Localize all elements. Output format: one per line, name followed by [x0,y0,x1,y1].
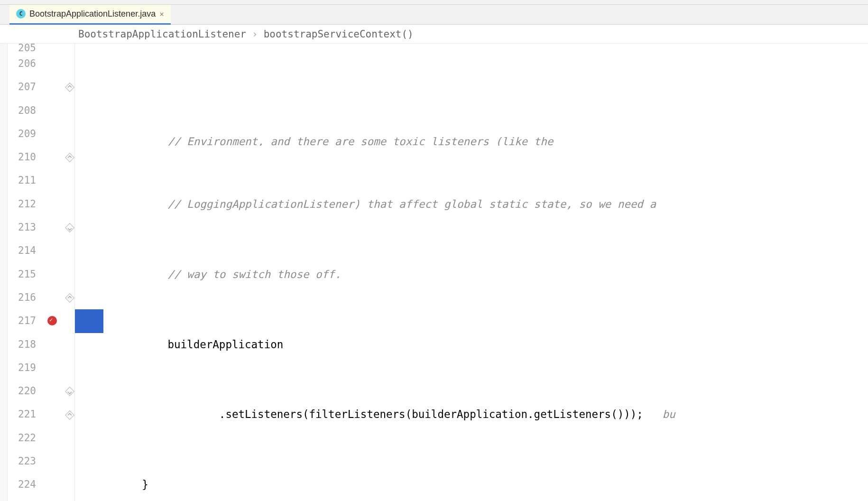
editor-tab-bar: C BootstrapApplicationListener.java × [0,5,868,25]
fold-collapse-icon[interactable] [65,293,74,303]
current-line-stripe [75,309,103,333]
line-number: 220 [8,380,36,403]
fold-collapse-icon[interactable] [65,410,74,420]
marker-gutter [41,44,65,501]
line-number-gutter[interactable]: 205 206 207 208 209 210 211 212 213 214 … [8,44,41,501]
code-line[interactable]: builderApplication [75,333,868,356]
line-number: 207 [8,75,36,99]
line-number: 224 [8,473,36,496]
close-icon[interactable]: × [159,9,164,19]
code-line[interactable]: } [75,473,868,496]
line-number: 218 [8,333,36,356]
line-number: 219 [8,356,36,380]
breadcrumb-class[interactable]: BootstrapApplicationListener [78,28,246,40]
code-line[interactable]: .setListeners(filterListeners(builderApp… [75,403,868,426]
tab-filename: BootstrapApplicationListener.java [29,9,156,19]
line-number: 217 [8,309,36,333]
line-number: 216 [8,286,36,309]
line-number: 215 [8,263,36,286]
left-marker-stripe [0,44,8,501]
java-class-icon: C [16,9,26,19]
fold-expand-icon[interactable] [65,223,74,232]
line-number: 214 [8,239,36,262]
line-number: 210 [8,146,36,169]
code-editor[interactable]: // Environment, and there are some toxic… [75,44,868,501]
fold-gutter[interactable] [65,44,75,501]
code-line[interactable]: // way to switch those off. [75,263,868,286]
breadcrumb: BootstrapApplicationListener › bootstrap… [0,25,868,44]
line-number: 209 [8,122,36,146]
fold-collapse-icon[interactable] [65,153,74,162]
editor-area: 205 206 207 208 209 210 211 212 213 214 … [0,44,868,501]
line-number: 221 [8,403,36,426]
line-number: 223 [8,450,36,473]
breadcrumb-method[interactable]: bootstrapServiceContext() [264,28,414,40]
top-toolbar-strip [0,0,868,5]
code-line[interactable]: // Environment, and there are some toxic… [75,137,868,146]
line-number: 205 [8,44,36,52]
code-line[interactable]: // LoggingApplicationListener) that affe… [75,193,868,216]
line-number: 212 [8,193,36,216]
editor-tab[interactable]: C BootstrapApplicationListener.java × [9,5,171,25]
line-number: 208 [8,99,36,122]
chevron-right-icon: › [252,28,258,40]
fold-expand-icon[interactable] [65,387,74,396]
line-number: 213 [8,216,36,239]
line-number: 206 [8,52,36,75]
line-number: 222 [8,427,36,450]
line-number: 225 [8,497,36,501]
breakpoint-icon[interactable] [47,316,57,325]
line-number: 211 [8,169,36,192]
fold-collapse-icon[interactable] [65,83,74,92]
